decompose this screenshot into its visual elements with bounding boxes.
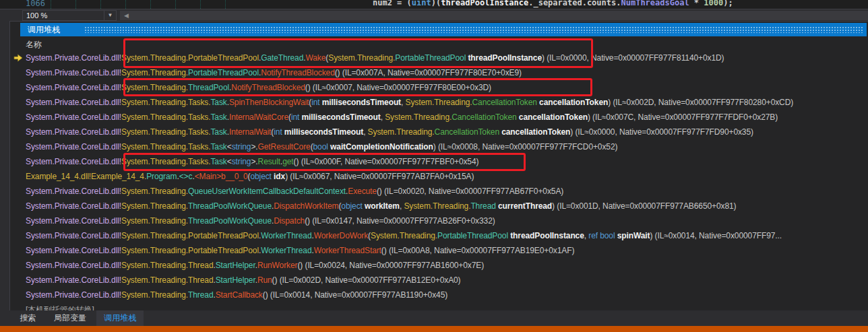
stack-frame[interactable]: [本机到托管的转换] — [10, 302, 868, 310]
tab-call-stack[interactable]: 调用堆栈 — [96, 310, 144, 326]
column-header-name[interactable]: 名称 — [26, 39, 42, 51]
indent-guide — [225, 0, 226, 9]
stack-frame-text: System.Private.CoreLib.dll!System.Thread… — [26, 275, 461, 285]
stack-frame[interactable]: Example_14_4.dll!Example_14_4.Program.<>… — [10, 169, 868, 184]
stack-frame[interactable]: System.Private.CoreLib.dll!System.Thread… — [10, 139, 868, 154]
red-highlight-box — [123, 78, 592, 96]
window-left-margin — [0, 21, 10, 310]
indent-guide — [200, 0, 201, 9]
indent-guide — [100, 0, 101, 9]
call-stack-title-bar[interactable]: 调用堆栈 — [20, 23, 867, 36]
current-frame-arrow-icon — [10, 51, 26, 65]
triangle-left-icon[interactable]: ◀ — [124, 11, 129, 20]
stack-frame[interactable]: System.Private.CoreLib.dll!System.Thread… — [10, 258, 868, 273]
debug-status-bar — [0, 326, 868, 332]
tool-window-tab-bar: 搜索 局部变量 调用堆栈 — [0, 310, 868, 326]
red-highlight-box — [123, 153, 526, 171]
stack-frame[interactable]: System.Private.CoreLib.dll!System.Thread… — [10, 184, 868, 199]
stack-frame-text: Example_14_4.dll!Example_14_4.Program.<>… — [26, 172, 474, 181]
stack-frame[interactable]: System.Private.CoreLib.dll!System.Thread… — [10, 288, 868, 302]
stack-frame-text: System.Private.CoreLib.dll!System.Thread… — [26, 187, 563, 196]
line-number: 1066 — [26, 0, 45, 8]
indent-guide — [150, 0, 151, 9]
current-frame-arrow-icon — [13, 54, 23, 62]
indent-guide — [75, 0, 76, 9]
indent-guide — [51, 0, 51, 9]
stack-frame[interactable]: System.Private.CoreLib.dll!System.Thread… — [10, 110, 868, 125]
stack-frame[interactable]: System.Private.CoreLib.dll!System.Thread… — [10, 95, 868, 110]
zoom-level-select[interactable]: 100 % ▼ — [22, 10, 117, 21]
indent-guide — [125, 0, 126, 9]
stack-frame[interactable]: System.Private.CoreLib.dll!System.Thread… — [10, 199, 868, 213]
panel-title: 调用堆栈 — [28, 25, 60, 34]
stack-frame[interactable]: System.Private.CoreLib.dll!System.Thread… — [10, 213, 868, 228]
stack-frame-text: System.Private.CoreLib.dll!System.Thread… — [26, 261, 484, 270]
zoom-level-value: 100 % — [26, 11, 47, 20]
stack-frame-text: [本机到托管的转换] — [26, 305, 94, 310]
stack-frame-text: System.Private.CoreLib.dll!System.Thread… — [26, 112, 778, 122]
stack-frame[interactable]: System.Private.CoreLib.dll!System.Thread… — [10, 273, 868, 288]
stack-frame-text: System.Private.CoreLib.dll!System.Thread… — [26, 290, 447, 300]
drag-grip-dots — [84, 26, 863, 33]
editor-bottom-bar: 100 % ▼ ◀ — [0, 9, 868, 21]
stack-frame[interactable]: System.Private.CoreLib.dll!System.Thread… — [10, 243, 868, 258]
stack-frame[interactable]: System.Private.CoreLib.dll!System.Thread… — [10, 125, 868, 139]
horizontal-scrollbar[interactable]: ◀ — [120, 11, 868, 20]
tab-locals[interactable]: 局部变量 — [46, 310, 94, 326]
stack-frame-text: System.Private.CoreLib.dll!System.Thread… — [26, 142, 617, 152]
stack-frame-text: System.Private.CoreLib.dll!System.Thread… — [26, 98, 793, 107]
stack-frame-text: System.Private.CoreLib.dll!System.Thread… — [26, 231, 782, 240]
indent-guide — [175, 0, 176, 9]
red-highlight-box — [123, 38, 593, 68]
code-editor-strip: 1066 num2 = (uint)(threadPoolInstance._s… — [0, 0, 868, 9]
stack-frame[interactable]: System.Private.CoreLib.dll!System.Thread… — [10, 228, 868, 243]
chevron-down-icon[interactable]: ▼ — [104, 11, 116, 20]
vs-debugger-window: 1066 num2 = (uint)(threadPoolInstance._s… — [0, 0, 868, 332]
stack-frame-text: System.Private.CoreLib.dll!System.Thread… — [26, 246, 574, 255]
code-line: num2 = (uint)(threadPoolInstance._separa… — [373, 0, 733, 7]
stack-frame-text: System.Private.CoreLib.dll!System.Thread… — [26, 68, 522, 77]
stack-frame-text: System.Private.CoreLib.dll!System.Thread… — [26, 216, 495, 226]
tab-search[interactable]: 搜索 — [12, 310, 43, 326]
stack-frame-text: System.Private.CoreLib.dll!System.Thread… — [26, 127, 753, 137]
stack-frame-text: System.Private.CoreLib.dll!System.Thread… — [26, 201, 736, 211]
